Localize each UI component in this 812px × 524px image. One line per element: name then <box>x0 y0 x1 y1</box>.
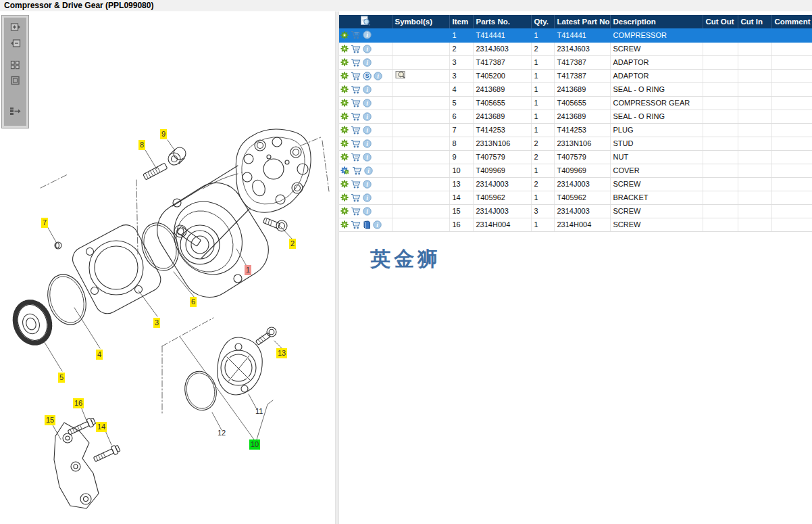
column-header-symbols[interactable]: Symbol(s) <box>392 15 449 28</box>
single-view-button[interactable] <box>8 76 23 87</box>
diagram-callout-8[interactable]: 8 <box>138 140 145 150</box>
diagram-callout-15[interactable]: 15 <box>45 415 55 425</box>
table-row[interactable]: i6241368912413689SEAL - O RING <box>339 110 812 123</box>
screw-13-part <box>255 327 276 345</box>
book-icon[interactable] <box>363 220 371 229</box>
gear-icon[interactable] <box>340 31 349 39</box>
column-header-parts_no[interactable]: Parts No. <box>473 15 531 28</box>
diagram-callout-3[interactable]: 3 <box>153 318 160 328</box>
table-row[interactable]: i7T4142531T414253PLUG <box>339 123 812 137</box>
gear-icon[interactable] <box>340 180 349 188</box>
info-icon[interactable]: i <box>363 99 372 108</box>
column-header-qty[interactable]: Qty. <box>531 15 554 28</box>
cart-icon[interactable] <box>351 72 361 80</box>
cart-icon[interactable] <box>351 180 361 189</box>
table-row[interactable]: i4241368912413689SEAL - O RING <box>339 82 812 96</box>
table-row[interactable]: i10T4099691T409969COVER <box>339 164 812 177</box>
gear-icon[interactable] <box>340 99 349 107</box>
cart-icon[interactable] <box>351 193 361 202</box>
diagram-callout-12[interactable]: 12 <box>216 428 227 438</box>
gear-icon[interactable] <box>340 126 349 134</box>
cart-icon[interactable] <box>352 166 362 175</box>
table-row[interactable]: Si3T4052001T417387ADAPTOR <box>339 69 812 82</box>
cart-icon[interactable] <box>351 58 361 67</box>
cart-icon[interactable] <box>351 153 361 162</box>
tile-view-button[interactable] <box>8 61 23 72</box>
info-icon[interactable]: i <box>363 207 372 216</box>
diagram-callout-4[interactable]: 4 <box>96 350 103 360</box>
zoom-out-button[interactable] <box>8 39 23 50</box>
table-row[interactable]: i82313N10622313N106STUD <box>339 137 812 150</box>
column-header-latest[interactable]: Latest Part No. <box>554 15 610 28</box>
cart-icon[interactable] <box>351 139 361 148</box>
info-icon[interactable]: i <box>363 180 372 189</box>
info-icon[interactable]: i <box>363 85 372 94</box>
table-row[interactable]: i3T4173871T417387ADAPTOR <box>339 55 812 69</box>
cell-qty: 2 <box>531 177 554 191</box>
diagram-callout-14[interactable]: 14 <box>96 422 107 432</box>
diagram-callout-1[interactable]: 1 <box>245 265 251 275</box>
cart-icon[interactable] <box>351 126 361 135</box>
table-row[interactable]: i9T4075792T407579NUT <box>339 150 812 164</box>
cart-icon[interactable] <box>351 112 361 121</box>
zoom-in-button[interactable] <box>8 23 23 34</box>
gear-icon[interactable] <box>340 85 349 93</box>
gear-icon[interactable] <box>340 139 349 147</box>
column-header-cut_out[interactable]: Cut Out <box>703 15 738 28</box>
panel-toggle-button[interactable] <box>8 107 23 118</box>
diagram-callout-6[interactable]: 6 <box>190 297 197 307</box>
gear-icon[interactable] <box>340 220 349 229</box>
gear-icon[interactable] <box>340 207 349 215</box>
s-badge-icon[interactable]: S <box>363 72 372 80</box>
diagram-callout-5[interactable]: 5 <box>58 373 65 383</box>
table-row[interactable]: i152314J00332314J003SCREW <box>339 204 812 218</box>
diagram-callout-2[interactable]: 2 <box>289 239 296 249</box>
cart-icon[interactable] <box>351 99 361 108</box>
info-icon[interactable]: i <box>364 166 373 175</box>
column-header-comment[interactable]: Comment <box>771 15 812 28</box>
table-row[interactable]: i1T4144411T414441COMPRESSOR <box>339 28 812 42</box>
gear-icon[interactable] <box>340 72 349 80</box>
cell-actions: i <box>339 96 392 110</box>
diagram-callout-16[interactable]: 16 <box>73 398 84 408</box>
diagram-callout-13[interactable]: 13 <box>276 348 287 358</box>
column-header-actions[interactable] <box>339 15 392 28</box>
info-icon[interactable]: i <box>363 112 372 121</box>
info-icon[interactable]: i <box>363 45 372 53</box>
column-header-item[interactable]: Item <box>449 15 473 28</box>
cart-icon[interactable] <box>351 45 361 53</box>
cart-icon[interactable] <box>351 85 361 94</box>
table-row[interactable]: i22314J60322314J603SCREW <box>339 42 812 55</box>
info-icon[interactable]: i <box>363 153 372 162</box>
diagram-callout-9[interactable]: 9 <box>160 129 167 139</box>
gear-icon[interactable] <box>340 193 349 201</box>
diagram-callout-7[interactable]: 7 <box>41 218 48 228</box>
book-magnifier-icon[interactable] <box>395 73 407 81</box>
gear-icon[interactable] <box>340 112 349 120</box>
diagram-callout-11[interactable]: 11 <box>254 406 264 416</box>
cart-icon[interactable] <box>351 220 361 229</box>
gear-icon[interactable] <box>340 153 349 161</box>
cell-latest: 2314J603 <box>554 42 610 55</box>
diagram-callout-10[interactable]: 10 <box>249 439 260 450</box>
cell-cut-in <box>738 218 771 231</box>
table-row[interactable]: i132314J00322314J003SCREW <box>339 177 812 191</box>
info-icon[interactable]: i <box>363 30 372 39</box>
column-header-desc[interactable]: Description <box>610 15 703 28</box>
info-icon[interactable]: i <box>373 220 382 229</box>
table-row[interactable]: i14T4059621T405962BRACKET <box>339 191 812 204</box>
column-header-cut_in[interactable]: Cut In <box>738 15 771 28</box>
svg-text:i: i <box>367 167 370 174</box>
cart-icon[interactable] <box>351 30 361 39</box>
info-icon[interactable]: i <box>374 72 382 80</box>
info-icon[interactable]: i <box>363 139 372 148</box>
info-icon[interactable]: i <box>363 126 372 135</box>
gear-icon[interactable] <box>340 45 349 53</box>
info-icon[interactable]: i <box>363 58 372 67</box>
gear-icon[interactable] <box>340 58 349 66</box>
cart-icon[interactable] <box>351 207 361 216</box>
table-row[interactable]: i5T4056551T405655COMPRESSOR GEAR <box>339 96 812 110</box>
info-icon[interactable]: i <box>363 193 372 202</box>
gear-double-icon[interactable] <box>340 166 350 175</box>
table-row[interactable]: i162314H00412314H004SCREW <box>339 218 812 231</box>
